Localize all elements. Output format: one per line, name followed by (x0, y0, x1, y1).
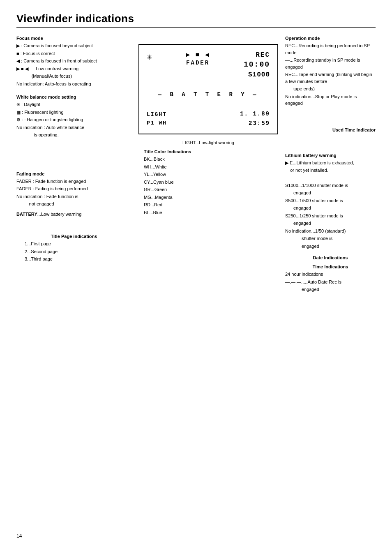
vf-right-info: 1. 1.89 23:59 (240, 109, 270, 128)
title-page-3: 3...Third page (16, 256, 131, 263)
color-wh: WH...White (144, 164, 281, 171)
shutter-250-1: S250...1/250 shutter mode is (285, 212, 376, 219)
content-grid: Focus mode ▶ : Camera is focused beyond … (16, 36, 376, 294)
color-bk: BK...Black (144, 156, 281, 163)
page-number: 14 (16, 533, 22, 539)
vf-rec-block: REC 10:00 S1000 (244, 51, 270, 79)
shutter-500-1: S500...1/500 shutter mode is (285, 197, 376, 204)
operation-mode-title: Operation mode (285, 36, 376, 41)
title-page-2: 2...Second page (16, 248, 131, 255)
op-line-3: REC...Tape end warning (blinking will be… (285, 71, 376, 85)
fading-line-4: not engaged (16, 201, 131, 208)
right-column: Operation mode REC...Recording is being … (285, 36, 376, 294)
title-divider (16, 27, 376, 28)
vf-light-label: LIGHT (147, 111, 167, 119)
shutter-50-3: engaged (285, 243, 376, 250)
wb-daylight: ✳ : Daylight (16, 101, 131, 108)
op-line-4: No indication...Stop or Play mode is eng… (285, 93, 376, 107)
title-color-section: Title Color Indications BK...Black WH...… (136, 149, 281, 217)
time-line-2: —.—.—.....Auto Date Rec is (285, 279, 376, 286)
focus-line-5: (Manual/Auto focus) (16, 73, 131, 80)
vf-bottom-row: LIGHT P1 WH 1. 1.89 23:59 (147, 109, 270, 128)
vf-time: 10:00 (244, 60, 270, 70)
time-title: Time Indications (285, 264, 376, 269)
vf-battery-row: — B A T T E R Y — (147, 91, 270, 98)
focus-line-1: ▶ : Camera is focused beyond subject (16, 42, 131, 49)
color-bl: BL...Blue (144, 209, 281, 216)
date-title: Date Indications (285, 255, 376, 260)
shutter-50-2: shutter mode is (285, 235, 376, 242)
vf-rec-label: REC (244, 51, 270, 60)
op-line-3b: tape ends) (285, 85, 376, 92)
shutter-500-2: engaged (285, 205, 376, 212)
wb-auto-2: is operating. (16, 132, 131, 138)
color-rd: RD...Red (144, 201, 281, 208)
fading-line-1: FADER : Fade function is engaged (16, 178, 131, 185)
time-line-3: engaged (285, 286, 376, 293)
white-balance-title: White balance mode setting (16, 95, 131, 99)
used-time-title: Used Time Indicator (285, 127, 376, 132)
fading-mode-title: Fading mode (16, 171, 131, 176)
title-page-title: Title Page indications (16, 234, 131, 239)
color-cy: CY...Cyan blue (144, 179, 281, 186)
vf-playback-icons: ▶ ■ ◀ (186, 51, 210, 59)
center-column: ✳ ▶ ■ ◀ FADER REC 10:00 S1000 — B A T T … (136, 36, 281, 294)
lithium-line-1: ▶ E...Lithium battery is exhausted, (285, 159, 376, 166)
shutter-1000-1: S1000...1/1000 shutter mode is (285, 182, 376, 189)
shutter-250-2: engaged (285, 220, 376, 227)
vf-top-row: ✳ ▶ ■ ◀ FADER REC 10:00 S1000 (147, 51, 270, 79)
vf-sun-icon: ✳ (147, 51, 152, 62)
light-warning: LIGHT...Low-light warning (182, 140, 234, 145)
battery-warning: BATTERY...Low battery warning (16, 211, 131, 218)
shutter-1000-2: engaged (285, 189, 376, 196)
color-mg: MG...Magenta (144, 194, 281, 201)
lithium-title: Lithium battery warning (285, 153, 376, 158)
color-gr: GR...Green (144, 186, 281, 193)
focus-mode-title: Focus mode (16, 36, 131, 41)
title-page-1: 1...First page (16, 240, 131, 247)
time-line-1: 24 hour indications (285, 271, 376, 278)
lithium-line-2: or not yet installed. (285, 167, 376, 174)
vf-fader-label: FADER (186, 60, 210, 66)
wb-auto-1: No indication : Auto white balance (16, 124, 131, 131)
viewfinder-display: ✳ ▶ ■ ◀ FADER REC 10:00 S1000 — B A T T … (138, 44, 278, 134)
shutter-50-1: No indication...1/50 (standard) (285, 228, 376, 235)
left-column: Focus mode ▶ : Camera is focused beyond … (16, 36, 131, 294)
focus-line-4: ▶ ■ ◀ · Low contrast warning (16, 65, 131, 72)
vf-clock: 23:59 (240, 119, 270, 128)
fading-line-3: No indication : Fade function is (16, 193, 131, 200)
vf-number: 1. 1.89 (240, 109, 270, 118)
op-line-2: —...Recording standby in SP mode is enga… (285, 57, 376, 70)
focus-line-3: ◀ : Camera is focused in front of subjec… (16, 58, 131, 65)
vf-shutter: S1000 (244, 70, 270, 79)
focus-line-6: No indication: Auto-focus is operating (16, 81, 131, 88)
op-line-1: REC...Recording is being performed in SP… (285, 42, 376, 56)
color-yl: YL...Yellow (144, 171, 281, 178)
wb-halogen: ⚙ : · Halogen or tungsten lighting (16, 116, 131, 123)
fading-line-2: FADER : Fading is being performed (16, 185, 131, 192)
vf-left-info: LIGHT P1 WH (147, 111, 167, 128)
wb-fluorescent: ▦ : Fluorescent lighting (16, 109, 131, 116)
focus-line-2: ■ : Focus is correct (16, 50, 131, 57)
vf-title-label: P1 WH (147, 119, 167, 128)
page-title: Viewfinder indications (16, 12, 376, 25)
title-color-title: Title Color Indications (144, 149, 281, 154)
